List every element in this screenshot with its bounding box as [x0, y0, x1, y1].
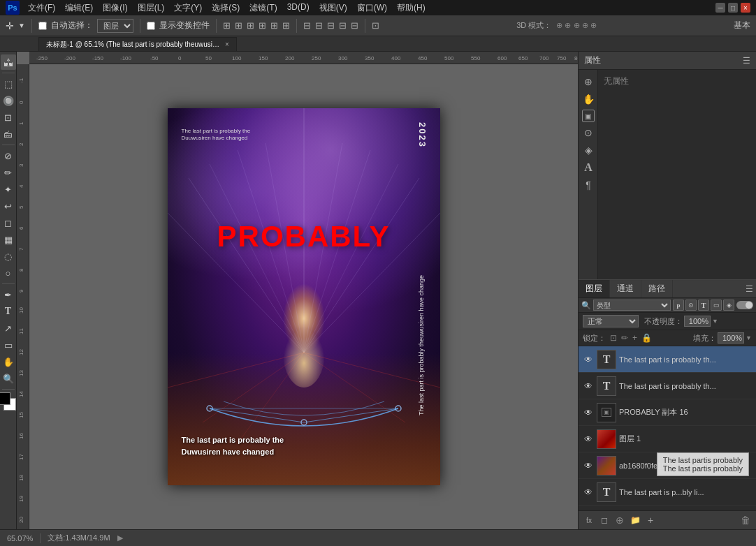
align-top-icon[interactable]: ⊞ [259, 20, 266, 31]
filter-shape-btn[interactable]: ▭ [711, 300, 722, 311]
layer-select[interactable]: 图层 [97, 19, 133, 33]
dist-h-icon[interactable]: ⊟ [303, 20, 311, 31]
gradient-tool[interactable]: ▦ [1, 232, 16, 247]
dist-h2-icon[interactable]: ⊟ [327, 20, 335, 31]
layer-visibility-toggle[interactable]: 👁 [583, 434, 594, 445]
auto-select-checkbox[interactable] [38, 22, 47, 30]
filter-type-select[interactable]: 类型 [593, 300, 671, 311]
move-tool[interactable] [1, 54, 16, 70]
menu-edit[interactable]: 编辑(E) [61, 1, 97, 15]
brush-tool[interactable]: ✏ [1, 165, 16, 180]
eraser-tool[interactable]: ◻ [1, 215, 16, 230]
dist-h3-icon[interactable]: ⊟ [351, 20, 358, 31]
document-tab[interactable]: 未标题-1 @ 65.1% (The last part is probably… [38, 37, 237, 51]
blur-tool[interactable]: ◌ [1, 249, 16, 264]
prop-icon-cursor[interactable]: ⊕ [581, 74, 596, 89]
align-middle-icon[interactable]: ⊞ [270, 20, 278, 31]
prop-icon-para[interactable]: ¶ [581, 177, 596, 193]
eyedropper-tool[interactable]: 🖮 [1, 126, 16, 142]
blend-mode-select[interactable]: 正常 [583, 315, 639, 327]
menu-help[interactable]: 帮助(H) [393, 1, 430, 15]
filter-adjust-btn[interactable]: ⊙ [685, 300, 697, 311]
layer-visibility-toggle[interactable]: 👁 [583, 354, 594, 365]
align-right-icon[interactable]: ⊞ [247, 20, 254, 31]
menu-image[interactable]: 图像(I) [99, 1, 131, 15]
fill-chevron[interactable]: ▼ [746, 334, 752, 341]
layer-visibility-toggle[interactable]: 👁 [583, 381, 594, 392]
layer-new-button[interactable]: + [644, 514, 657, 526]
layer-mask-button[interactable]: ◻ [598, 514, 611, 526]
menu-layer[interactable]: 图层(L) [133, 1, 169, 15]
history-brush-tool[interactable]: ↩ [1, 198, 16, 214]
doc-info-arrow[interactable]: ▶ [117, 533, 123, 543]
tab-close-button[interactable]: × [225, 40, 229, 48]
foreground-color[interactable] [0, 392, 10, 405]
lock-all-icon[interactable]: 🔒 [641, 333, 652, 343]
layers-panel-menu[interactable]: ☰ [746, 284, 753, 294]
tab-layers[interactable]: 图层 [579, 280, 610, 297]
hand-tool[interactable]: ✋ [1, 354, 16, 369]
layer-item[interactable]: 👁 ab1680f0fe1553f9ee018bc... [579, 452, 756, 479]
shape-tool[interactable]: ▭ [1, 337, 16, 353]
layer-fx-button[interactable]: fx [583, 514, 595, 526]
layer-visibility-toggle[interactable]: 👁 [583, 460, 594, 471]
layer-item[interactable]: 👁 T The last part is probably th... [579, 373, 756, 399]
layer-visibility-toggle[interactable]: 👁 [583, 407, 594, 418]
opacity-input[interactable] [684, 316, 711, 327]
layers-list[interactable]: 👁 T The last part is probably th... 👁 T … [579, 346, 756, 510]
menu-view[interactable]: 视图(V) [315, 1, 351, 15]
fill-input[interactable] [718, 332, 744, 344]
menu-select[interactable]: 选择(S) [208, 1, 244, 15]
crop-tool[interactable]: ⊡ [1, 110, 16, 125]
layer-item[interactable]: 👁 T The last part is p...bly li... [579, 479, 756, 506]
menu-3d[interactable]: 3D(D) [283, 1, 314, 15]
layer-visibility-toggle[interactable]: 👁 [583, 487, 594, 498]
lock-transparent-icon[interactable]: ⊡ [610, 333, 617, 343]
layer-group-button[interactable]: 📁 [629, 514, 641, 526]
prop-icon-type[interactable]: A [581, 160, 596, 175]
layer-adjustment-button[interactable]: ⊕ [613, 514, 626, 526]
filter-type-btn[interactable]: T [698, 300, 709, 311]
rectangle-select-tool[interactable]: ⬚ [1, 76, 16, 91]
layer-item[interactable]: 👁 ▣ PROBABLY 副本 16 [579, 399, 756, 426]
clone-stamp-tool[interactable]: ✦ [1, 182, 16, 197]
lock-image-icon[interactable]: ✏ [621, 333, 628, 343]
properties-menu-icon[interactable]: ☰ [743, 56, 750, 66]
close-button[interactable]: × [741, 3, 750, 13]
canvas-container[interactable]: The last part is probably the Duuwusiren… [29, 64, 578, 529]
layer-delete-button[interactable]: 🗑 [739, 514, 752, 526]
pen-tool[interactable]: ✒ [1, 287, 16, 302]
transform-checkbox[interactable] [147, 22, 155, 30]
auto-align-icon[interactable]: ⊡ [372, 20, 379, 31]
opacity-chevron[interactable]: ▼ [712, 318, 718, 325]
zoom-tool[interactable]: 🔍 [1, 371, 16, 386]
prop-icon-layer[interactable]: ▣ [582, 110, 595, 122]
menu-text[interactable]: 文字(Y) [170, 1, 206, 15]
align-bottom-icon[interactable]: ⊞ [282, 20, 290, 31]
filter-smart-btn[interactable]: ◈ [723, 300, 734, 311]
filter-toggle[interactable] [736, 301, 753, 309]
maximize-button[interactable]: □ [728, 3, 738, 13]
prop-icon-adjust[interactable]: ⊙ [581, 125, 596, 140]
dodge-tool[interactable]: ○ [1, 265, 16, 281]
tab-channels[interactable]: 通道 [610, 280, 641, 297]
healing-brush-tool[interactable]: ⊘ [1, 148, 16, 163]
lock-position-icon[interactable]: + [632, 333, 637, 343]
minimize-button[interactable]: ─ [715, 3, 725, 13]
layer-item[interactable]: 👁 T The last part is probably th... [579, 346, 756, 373]
prop-icon-hand[interactable]: ✋ [581, 91, 596, 107]
text-tool[interactable]: T [1, 304, 16, 319]
filter-pixel-btn[interactable]: p [673, 300, 684, 311]
menu-window[interactable]: 窗口(W) [353, 1, 391, 15]
dist-v-icon[interactable]: ⊟ [315, 20, 323, 31]
color-swatches[interactable] [0, 392, 17, 411]
lasso-tool[interactable]: 🔘 [1, 93, 16, 108]
dist-v2-icon[interactable]: ⊟ [339, 20, 347, 31]
tab-paths[interactable]: 路径 [641, 280, 673, 297]
path-select-tool[interactable]: ↗ [1, 320, 16, 336]
layer-item[interactable]: 👁 图层 1 [579, 426, 756, 452]
menu-file[interactable]: 文件(F) [24, 1, 59, 15]
align-center-icon[interactable]: ⊞ [235, 20, 242, 31]
prop-icon-3d[interactable]: ◈ [581, 142, 596, 158]
canvas-area[interactable]: -250 -200 -150 -100 -50 0 50 100 150 200… [17, 52, 578, 529]
